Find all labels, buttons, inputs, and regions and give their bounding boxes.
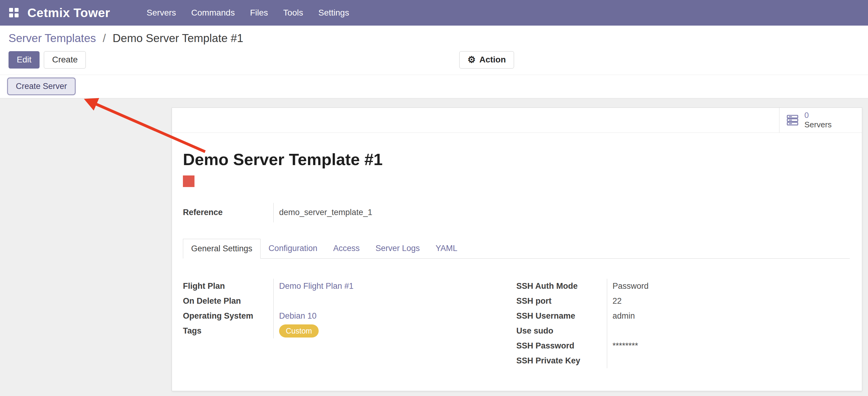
- servers-label: Servers: [804, 120, 832, 130]
- servers-stat-text: 0 Servers: [804, 111, 832, 130]
- reference-label: Reference: [183, 203, 273, 222]
- operating-system-label: Operating System: [183, 309, 273, 323]
- edit-button[interactable]: Edit: [8, 51, 39, 68]
- gear-icon: ⚙: [467, 55, 476, 64]
- ssh-username-label: SSH Username: [517, 309, 607, 323]
- tab-server-logs[interactable]: Server Logs: [368, 239, 428, 258]
- form-sheet: 0 Servers Demo Server Template #1 Refere…: [172, 108, 862, 391]
- tag-custom: Custom: [279, 324, 319, 338]
- tab-access[interactable]: Access: [326, 239, 368, 258]
- breadcrumb-server-templates[interactable]: Server Templates: [8, 32, 96, 45]
- notebook-tabs: General Settings Configuration Access Se…: [183, 239, 850, 259]
- menu-item-commands[interactable]: Commands: [190, 5, 235, 20]
- menu-item-servers[interactable]: Servers: [146, 5, 177, 20]
- breadcrumb-separator: /: [103, 32, 106, 45]
- ssh-password-value: ********: [607, 338, 850, 353]
- action-button-label: Action: [479, 55, 506, 64]
- top-navbar: Cetmix Tower Servers Commands Files Tool…: [0, 0, 868, 26]
- fields-left-column: Flight Plan Demo Flight Plan #1 On Delet…: [183, 279, 517, 368]
- flight-plan-label: Flight Plan: [183, 279, 273, 294]
- apps-grid-icon[interactable]: [9, 8, 19, 18]
- menu-item-files[interactable]: Files: [249, 5, 269, 20]
- create-button[interactable]: Create: [44, 51, 86, 68]
- servers-count: 0: [804, 111, 832, 120]
- tab-configuration[interactable]: Configuration: [260, 239, 326, 258]
- fields-right-column: SSH Auth Mode Password SSH port 22 SSH U…: [517, 279, 850, 368]
- tab-general-settings[interactable]: General Settings: [183, 239, 260, 259]
- brand-title[interactable]: Cetmix Tower: [27, 6, 110, 20]
- tab-yaml[interactable]: YAML: [428, 239, 465, 258]
- reference-value: demo_server_template_1: [273, 203, 850, 222]
- servers-icon: [785, 113, 800, 127]
- ssh-auth-mode-label: SSH Auth Mode: [517, 279, 607, 294]
- breadcrumb-current: Demo Server Template #1: [113, 32, 243, 45]
- ssh-username-value: admin: [607, 309, 850, 323]
- control-panel-buttons: Edit Create ⚙ Action: [8, 46, 860, 75]
- breadcrumb: Server Templates / Demo Server Template …: [8, 29, 860, 46]
- on-delete-plan-value: [273, 294, 517, 309]
- record-title: Demo Server Template #1: [183, 150, 850, 169]
- use-sudo-value: [607, 323, 850, 338]
- main-menu: Servers Commands Files Tools Settings: [146, 5, 350, 20]
- reference-group: Reference demo_server_template_1: [183, 203, 850, 222]
- ssh-port-label: SSH port: [517, 294, 607, 309]
- flight-plan-value[interactable]: Demo Flight Plan #1: [273, 279, 517, 294]
- ssh-auth-mode-value: Password: [607, 279, 850, 294]
- ssh-password-label: SSH Password: [517, 338, 607, 353]
- ssh-private-key-value: [607, 353, 850, 368]
- menu-item-tools[interactable]: Tools: [283, 5, 304, 20]
- use-sudo-label: Use sudo: [517, 323, 607, 338]
- create-server-button[interactable]: Create Server: [7, 78, 75, 95]
- sheet-body: Demo Server Template #1 Reference demo_s…: [172, 133, 862, 368]
- tags-value: Custom: [273, 323, 517, 338]
- menu-item-settings[interactable]: Settings: [318, 5, 350, 20]
- ssh-port-value: 22: [607, 294, 850, 309]
- on-delete-plan-label: On Delete Plan: [183, 294, 273, 309]
- tab-content-general-settings: Flight Plan Demo Flight Plan #1 On Delet…: [183, 279, 850, 368]
- tags-label: Tags: [183, 323, 273, 338]
- content-area: 0 Servers Demo Server Template #1 Refere…: [0, 98, 868, 396]
- statusbar: Create Server: [0, 75, 868, 98]
- servers-stat-button[interactable]: 0 Servers: [779, 108, 862, 133]
- action-button[interactable]: ⚙ Action: [459, 51, 514, 68]
- control-panel: Server Templates / Demo Server Template …: [0, 26, 868, 75]
- color-swatch: [183, 175, 194, 187]
- stat-button-box: 0 Servers: [172, 108, 862, 133]
- operating-system-value[interactable]: Debian 10: [273, 309, 517, 323]
- ssh-private-key-label: SSH Private Key: [517, 353, 607, 368]
